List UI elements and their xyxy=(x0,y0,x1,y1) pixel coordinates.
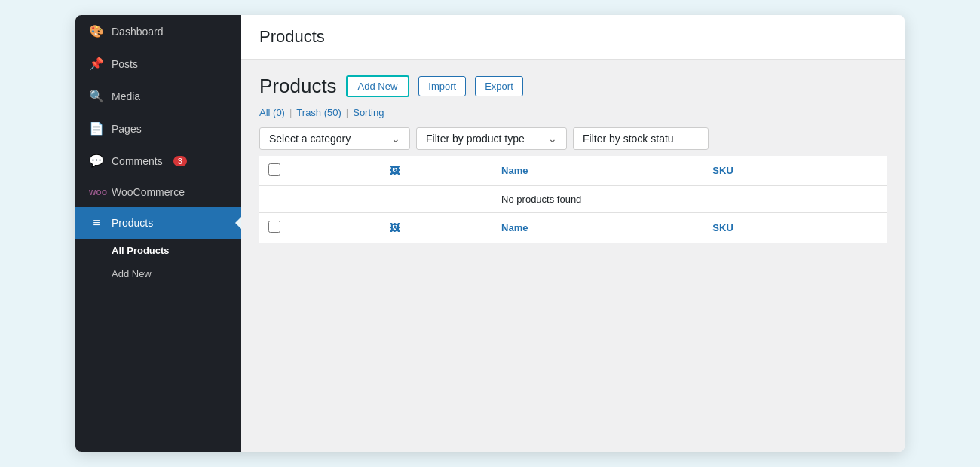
sidebar-sub-item-all-products[interactable]: All Products xyxy=(75,239,241,262)
woocommerce-icon: woo xyxy=(89,187,104,197)
image-col-icon: 🖼 xyxy=(390,165,400,176)
col-sku-header[interactable]: SKU xyxy=(703,156,887,186)
browser-window: 🎨 Dashboard 📌 Posts 🔍 Media 📄 Pages 💬 Co… xyxy=(75,15,905,452)
sidebar-item-label: Posts xyxy=(112,58,138,70)
sidebar-item-dashboard[interactable]: 🎨 Dashboard xyxy=(75,15,241,47)
filter-sep-1: | xyxy=(289,107,292,118)
filter-links: All (0) | Trash (50) | Sorting xyxy=(259,107,887,118)
no-products-row: No products found xyxy=(259,186,887,213)
stock-status-filter-label: Filter by stock statu xyxy=(583,133,674,145)
media-icon: 🔍 xyxy=(89,89,104,103)
sidebar-item-label: Comments xyxy=(112,155,163,167)
product-type-chevron-icon: ⌄ xyxy=(548,133,557,145)
filter-link-all[interactable]: All (0) xyxy=(259,107,285,118)
product-type-filter[interactable]: Filter by product type ⌄ xyxy=(416,127,567,150)
export-button[interactable]: Export xyxy=(475,76,523,96)
sidebar-item-label: Products xyxy=(112,217,153,229)
category-filter[interactable]: Select a category ⌄ xyxy=(259,127,410,150)
col-image-footer: 🖼 xyxy=(381,213,493,243)
posts-icon: 📌 xyxy=(89,56,104,71)
category-chevron-icon: ⌄ xyxy=(391,133,400,145)
sidebar-item-woocommerce[interactable]: woo WooCommerce xyxy=(75,177,241,207)
add-new-button[interactable]: Add New xyxy=(346,75,410,97)
sidebar-item-label: Dashboard xyxy=(112,26,164,38)
dashboard-icon: 🎨 xyxy=(89,24,104,38)
col-image-header: 🖼 xyxy=(381,156,493,186)
sidebar-item-posts[interactable]: 📌 Posts xyxy=(75,47,241,80)
sidebar-item-products[interactable]: ≡ Products xyxy=(75,207,241,239)
category-filter-label: Select a category xyxy=(269,133,351,145)
product-type-filter-label: Filter by product type xyxy=(426,133,525,145)
col-sku-footer[interactable]: SKU xyxy=(703,213,887,243)
comments-icon: 💬 xyxy=(89,154,104,168)
filter-link-trash[interactable]: Trash (50) xyxy=(296,107,341,118)
products-icon: ≡ xyxy=(89,216,104,230)
col-checkbox-header xyxy=(259,156,381,186)
sidebar-active-arrow xyxy=(235,217,241,229)
main-header: Products xyxy=(241,15,905,60)
sidebar-item-label: Media xyxy=(112,90,140,102)
sidebar: 🎨 Dashboard 📌 Posts 🔍 Media 📄 Pages 💬 Co… xyxy=(75,15,241,452)
col-name-footer[interactable]: Name xyxy=(492,213,703,243)
col-name-header[interactable]: Name xyxy=(492,156,703,186)
stock-status-filter[interactable]: Filter by stock statu xyxy=(573,127,709,150)
select-all-checkbox-bottom[interactable] xyxy=(268,221,280,233)
sidebar-item-media[interactable]: 🔍 Media xyxy=(75,80,241,112)
page-title-row: Products Add New Import Export xyxy=(259,75,887,98)
sidebar-sub-item-label: Add New xyxy=(112,268,152,279)
comments-badge: 3 xyxy=(173,156,187,166)
sidebar-item-pages[interactable]: 📄 Pages xyxy=(75,112,241,145)
filter-link-sorting[interactable]: Sorting xyxy=(353,107,384,118)
page-title: Products xyxy=(259,75,337,98)
main-content: Products Products Add New Import Export … xyxy=(241,15,905,452)
sidebar-item-label: WooCommerce xyxy=(112,186,185,198)
pages-icon: 📄 xyxy=(89,121,104,136)
sidebar-sub-item-add-new[interactable]: Add New xyxy=(75,262,241,285)
sidebar-sub-item-label: All Products xyxy=(112,245,170,256)
main-body: Products Add New Import Export All (0) |… xyxy=(241,60,905,258)
col-checkbox-footer xyxy=(259,213,381,243)
header-title: Products xyxy=(259,27,887,47)
filters-row: Select a category ⌄ Filter by product ty… xyxy=(259,127,887,150)
import-button[interactable]: Import xyxy=(418,76,466,96)
table-header-row: 🖼 Name SKU xyxy=(259,156,887,186)
products-table-wrapper: 🖼 Name SKU No products found xyxy=(259,150,887,243)
table-row-footer: 🖼 Name SKU xyxy=(259,213,887,243)
sidebar-item-label: Pages xyxy=(112,123,142,135)
sidebar-item-comments[interactable]: 💬 Comments 3 xyxy=(75,145,241,177)
filter-sep-2: | xyxy=(346,107,348,118)
no-products-message: No products found xyxy=(492,186,887,213)
image-col-icon-bottom: 🖼 xyxy=(390,222,400,233)
products-table: 🖼 Name SKU No products found xyxy=(259,156,887,243)
select-all-checkbox[interactable] xyxy=(268,163,280,176)
